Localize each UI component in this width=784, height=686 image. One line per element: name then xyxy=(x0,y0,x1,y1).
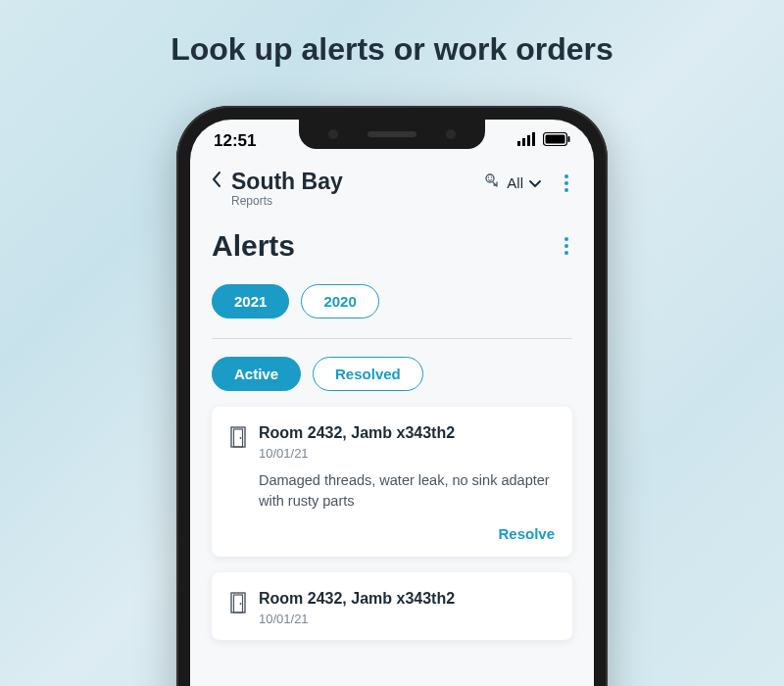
svg-rect-0 xyxy=(517,141,520,146)
door-icon xyxy=(229,424,247,452)
alert-date: 10/01/21 xyxy=(259,612,555,626)
location-title: South Bay xyxy=(231,169,473,195)
state-pill-resolved[interactable]: Resolved xyxy=(313,357,423,391)
alert-title: Room 2432, Jamb x343th2 xyxy=(259,424,555,442)
svg-point-9 xyxy=(491,176,492,177)
alert-title: Room 2432, Jamb x343th2 xyxy=(259,590,555,608)
filter-icon xyxy=(483,172,501,193)
back-button[interactable] xyxy=(212,169,221,193)
page-headline: Look up alerts or work orders xyxy=(0,0,784,68)
alert-card[interactable]: Room 2432, Jamb x343th2 10/01/21 Damaged… xyxy=(212,407,572,557)
phone-notch xyxy=(299,120,485,149)
year-filter-row: 2021 2020 xyxy=(212,284,572,318)
location-subtitle: Reports xyxy=(231,194,473,208)
state-filter-row: Active Resolved xyxy=(212,357,572,391)
resolve-button[interactable]: Resolve xyxy=(498,525,555,542)
divider xyxy=(212,338,572,339)
door-icon xyxy=(229,590,247,617)
section-title: Alerts xyxy=(212,229,295,263)
phone-screen: 12:51 South Bay Reports xyxy=(190,120,594,686)
signal-icon xyxy=(517,131,537,151)
chevron-left-icon xyxy=(212,171,221,188)
chevron-down-icon xyxy=(529,174,541,191)
svg-rect-3 xyxy=(532,132,535,146)
battery-icon xyxy=(543,131,570,151)
svg-rect-2 xyxy=(527,135,530,146)
alert-date: 10/01/21 xyxy=(259,446,555,461)
header-overflow-menu[interactable] xyxy=(561,169,572,198)
svg-rect-1 xyxy=(522,138,525,146)
svg-point-8 xyxy=(488,176,489,177)
filter-dropdown[interactable]: All xyxy=(483,169,541,193)
svg-rect-5 xyxy=(546,135,565,144)
svg-point-7 xyxy=(486,174,494,182)
state-pill-active[interactable]: Active xyxy=(212,357,301,391)
svg-rect-6 xyxy=(568,136,570,142)
filter-label: All xyxy=(507,174,523,191)
alert-card[interactable]: Room 2432, Jamb x343th2 10/01/21 xyxy=(212,572,572,640)
svg-point-15 xyxy=(240,603,242,605)
year-pill-2021[interactable]: 2021 xyxy=(212,284,289,318)
year-pill-2020[interactable]: 2020 xyxy=(301,284,378,318)
svg-point-12 xyxy=(240,437,242,439)
alert-description: Damaged threads, water leak, no sink ada… xyxy=(259,470,555,512)
phone-frame: 12:51 South Bay Reports xyxy=(176,106,608,686)
section-overflow-menu[interactable] xyxy=(561,231,572,261)
status-time: 12:51 xyxy=(214,131,256,151)
